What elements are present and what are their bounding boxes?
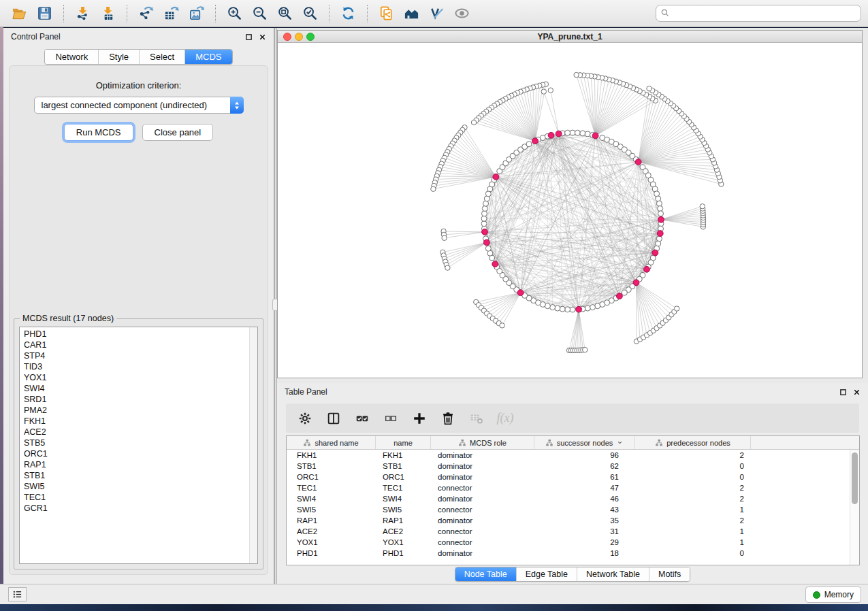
tab-network[interactable]: Network	[45, 50, 98, 64]
style-pen-button[interactable]	[424, 3, 449, 24]
mcds-hub-node[interactable]	[652, 250, 658, 256]
mcds-result-item[interactable]: STP4	[24, 350, 257, 361]
mcds-result-item[interactable]: STB5	[24, 437, 257, 448]
column-header-MCDS-role[interactable]: MCDS role	[431, 436, 534, 449]
column-header-predecessor-nodes[interactable]: predecessor nodes	[635, 436, 751, 449]
tab-node-table[interactable]: Node Table	[455, 567, 516, 581]
close-panel-icon[interactable]	[853, 389, 861, 396]
tab-mcds[interactable]: MCDS	[184, 50, 231, 64]
delete-column-button[interactable]	[436, 407, 460, 430]
function-builder-button[interactable]: f(x)	[493, 407, 517, 430]
mcds-result-item[interactable]: YOX1	[24, 372, 257, 383]
select-all-button[interactable]	[350, 407, 374, 430]
mcds-result-item[interactable]: PHD1	[24, 329, 257, 340]
mcds-result-item[interactable]: ORC1	[24, 448, 257, 459]
mcds-result-item[interactable]: ACE2	[24, 427, 257, 437]
document-share-button[interactable]	[374, 3, 399, 24]
mcds-result-item[interactable]: TEC1	[24, 492, 257, 503]
network-window-titlebar[interactable]: YPA_prune.txt_1	[278, 31, 862, 43]
mcds-result-item[interactable]: SWI4	[24, 383, 257, 394]
open-session-button[interactable]	[7, 3, 32, 24]
table-row[interactable]: ORC1ORC1dominator610	[287, 472, 850, 482]
column-header-successor-nodes[interactable]: successor nodes	[534, 436, 635, 449]
table-scrollbar-thumb[interactable]	[852, 452, 858, 504]
table-row[interactable]: STB1STB1dominator620	[287, 461, 850, 472]
mcds-hub-node[interactable]	[616, 293, 622, 299]
table-row[interactable]: TEC1TEC1connector472	[287, 482, 850, 493]
window-minimize-dot[interactable]	[295, 33, 303, 41]
table-row[interactable]: RAP1RAP1dominator352	[287, 515, 850, 526]
mcds-hub-node[interactable]	[492, 261, 498, 267]
table-row[interactable]: SWI4SWI4dominator462	[287, 493, 850, 504]
table-row[interactable]: YOX1YOX1connector291	[287, 537, 850, 548]
show-hide-eye-button[interactable]	[449, 3, 475, 24]
mcds-hub-node[interactable]	[644, 266, 650, 272]
mcds-result-item[interactable]: FKH1	[24, 416, 257, 427]
zoom-fit-button[interactable]	[272, 3, 298, 24]
mcds-hub-node[interactable]	[493, 174, 499, 180]
delete-table-button[interactable]	[464, 407, 489, 430]
list-scrollbar[interactable]	[249, 327, 257, 563]
close-panel-button[interactable]: Close panel	[142, 124, 214, 141]
table-scrollbar[interactable]	[850, 450, 859, 565]
window-close-dot[interactable]	[283, 33, 291, 41]
zoom-in-button[interactable]	[222, 3, 247, 24]
run-mcds-button[interactable]: Run MCDS	[64, 124, 133, 141]
mcds-result-item[interactable]: RAP1	[24, 459, 257, 470]
mcds-result-item[interactable]: PMA2	[24, 405, 257, 416]
column-layout-button[interactable]	[321, 407, 346, 430]
float-panel-icon[interactable]	[245, 33, 253, 41]
mcds-hub-node[interactable]	[576, 306, 582, 312]
zoom-out-button[interactable]	[247, 3, 272, 24]
table-row[interactable]: PHD1PHD1dominator180	[287, 548, 850, 559]
settings-gear-button[interactable]	[293, 407, 317, 430]
mcds-hub-node[interactable]	[482, 229, 488, 235]
zoom-selected-button[interactable]	[298, 3, 323, 24]
export-network-button[interactable]	[133, 3, 159, 24]
tab-network-table[interactable]: Network Table	[577, 567, 649, 581]
export-image-button[interactable]	[184, 3, 209, 24]
import-network-button[interactable]	[70, 3, 95, 24]
table-row[interactable]: ACE2ACE2connector311	[287, 526, 850, 537]
column-header-name[interactable]: name	[376, 436, 431, 449]
table-row[interactable]: FKH1FKH1dominator962	[287, 450, 850, 461]
window-zoom-dot[interactable]	[306, 33, 315, 41]
tab-style[interactable]: Style	[98, 50, 139, 64]
mcds-hub-node[interactable]	[483, 240, 489, 246]
mcds-hub-node[interactable]	[592, 133, 598, 139]
criterion-dropdown[interactable]: largest connected component (undirected)	[34, 97, 244, 114]
refresh-view-button[interactable]	[336, 3, 361, 24]
mcds-hub-node[interactable]	[532, 138, 539, 144]
float-panel-icon[interactable]	[839, 389, 847, 396]
save-session-button[interactable]	[32, 3, 57, 24]
mcds-result-item[interactable]: SWI5	[24, 481, 257, 492]
mcds-hub-node[interactable]	[635, 159, 641, 165]
network-graph-canvas[interactable]	[278, 43, 862, 378]
table-row[interactable]: SWI5SWI5connector431	[287, 504, 850, 515]
tab-select[interactable]: Select	[139, 50, 184, 64]
mcds-hub-node[interactable]	[556, 131, 562, 137]
add-column-button[interactable]	[407, 407, 432, 430]
close-panel-icon[interactable]	[259, 33, 266, 41]
mcds-result-item[interactable]: CAR1	[24, 340, 257, 350]
tab-edge-table[interactable]: Edge Table	[516, 567, 577, 581]
network-homes-button[interactable]	[399, 3, 424, 24]
search-input[interactable]	[656, 5, 861, 22]
mcds-result-item[interactable]: TID3	[24, 361, 257, 372]
import-table-button[interactable]	[95, 3, 120, 24]
mcds-result-item[interactable]: GCR1	[24, 503, 257, 514]
sort-menu-icon[interactable]	[616, 439, 624, 446]
mcds-result-item[interactable]: STB1	[24, 470, 257, 481]
export-table-button[interactable]	[159, 3, 184, 24]
deselect-all-button[interactable]	[379, 407, 403, 430]
task-history-button[interactable]	[8, 587, 27, 601]
tab-motifs[interactable]: Motifs	[649, 567, 690, 581]
column-header-shared-name[interactable]: shared name	[287, 436, 376, 449]
memory-button[interactable]: Memory	[805, 587, 861, 603]
mcds-hub-node[interactable]	[633, 280, 639, 286]
mcds-result-item[interactable]: SRD1	[24, 394, 257, 405]
mcds-hub-node[interactable]	[548, 132, 554, 138]
mcds-hub-node[interactable]	[657, 231, 663, 237]
mcds-hub-node[interactable]	[517, 290, 524, 296]
mcds-hub-node[interactable]	[658, 216, 664, 222]
